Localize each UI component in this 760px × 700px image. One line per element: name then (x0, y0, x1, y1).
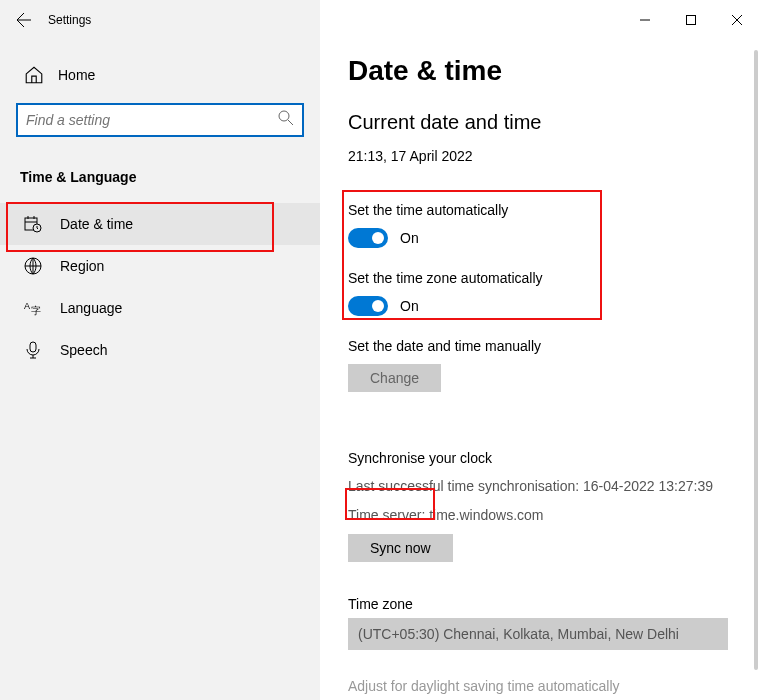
arrow-left-icon (16, 12, 32, 28)
search-input[interactable] (26, 112, 278, 128)
auto-time-state: On (400, 230, 419, 246)
search-input-wrap[interactable] (16, 103, 304, 137)
back-button[interactable] (0, 12, 48, 28)
toggle-knob (372, 300, 384, 312)
calendar-clock-icon (24, 215, 44, 233)
sync-now-button[interactable]: Sync now (348, 534, 453, 562)
minimize-button[interactable] (622, 5, 668, 35)
minimize-icon (640, 15, 650, 25)
svg-rect-7 (30, 342, 36, 352)
sidebar-item-label: Region (60, 258, 104, 274)
language-icon: A字 (24, 299, 44, 317)
globe-icon (24, 257, 44, 275)
dst-label: Adjust for daylight saving time automati… (348, 678, 720, 694)
sidebar-home-label: Home (58, 67, 95, 83)
sidebar-item-language[interactable]: A字 Language (0, 287, 320, 329)
home-icon (24, 65, 44, 85)
main-content: Date & time Current date and time 21:13,… (320, 0, 760, 700)
auto-time-toggle[interactable] (348, 228, 388, 248)
page-title: Date & time (348, 55, 720, 87)
sidebar-item-speech[interactable]: Speech (0, 329, 320, 371)
auto-tz-label: Set the time zone automatically (348, 270, 720, 286)
window-title: Settings (48, 13, 91, 27)
microphone-icon (24, 341, 44, 359)
close-button[interactable] (714, 5, 760, 35)
toggle-knob (372, 232, 384, 244)
search-icon (278, 110, 294, 130)
maximize-button[interactable] (668, 5, 714, 35)
current-time-value: 21:13, 17 April 2022 (348, 148, 720, 164)
sidebar-item-label: Speech (60, 342, 107, 358)
maximize-icon (686, 15, 696, 25)
sidebar-item-label: Date & time (60, 216, 133, 232)
timezone-heading: Time zone (348, 596, 720, 612)
sidebar-item-date-time[interactable]: Date & time (0, 203, 320, 245)
sync-server-info: Time server: time.windows.com (348, 505, 720, 526)
auto-tz-toggle[interactable] (348, 296, 388, 316)
sync-last-info: Last successful time synchronisation: 16… (348, 476, 720, 497)
sidebar-heading: Time & Language (0, 157, 320, 203)
sidebar: Home Time & Language Date & time Region … (0, 0, 320, 700)
titlebar: Settings (0, 0, 760, 40)
svg-rect-0 (687, 16, 696, 25)
scrollbar[interactable] (754, 50, 758, 670)
timezone-select[interactable]: (UTC+05:30) Chennai, Kolkata, Mumbai, Ne… (348, 618, 728, 650)
svg-text:字: 字 (31, 305, 41, 316)
current-time-heading: Current date and time (348, 111, 720, 134)
auto-tz-state: On (400, 298, 419, 314)
svg-text:A: A (24, 301, 30, 311)
manual-time-label: Set the date and time manually (348, 338, 720, 354)
auto-time-label: Set the time automatically (348, 202, 720, 218)
sidebar-home[interactable]: Home (0, 55, 320, 95)
sidebar-item-label: Language (60, 300, 122, 316)
sync-heading: Synchronise your clock (348, 450, 720, 466)
window-controls (622, 5, 760, 35)
close-icon (732, 15, 742, 25)
svg-point-1 (279, 111, 289, 121)
sidebar-item-region[interactable]: Region (0, 245, 320, 287)
change-button[interactable]: Change (348, 364, 441, 392)
